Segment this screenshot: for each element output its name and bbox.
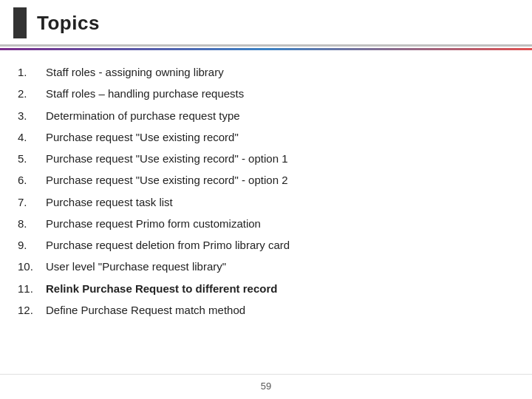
- topic-number: 11.: [18, 280, 46, 297]
- topic-text: User level "Purchase request library": [46, 258, 226, 275]
- list-item: 2.Staff roles – handling purchase reques…: [18, 85, 514, 102]
- topic-text: Purchase request "Use existing record" -…: [46, 150, 287, 167]
- topic-text: Purchase request "Use existing record": [46, 129, 239, 146]
- topic-text: Staff roles – handling purchase requests: [46, 85, 244, 102]
- topic-number: 1.: [18, 64, 46, 81]
- topic-text: Purchase request Primo form customizatio…: [46, 215, 261, 232]
- topic-text: Purchase request task list: [46, 194, 173, 211]
- topic-number: 3.: [18, 107, 46, 124]
- list-item: 4.Purchase request "Use existing record": [18, 129, 514, 146]
- topic-text: Relink Purchase Request to different rec…: [46, 280, 277, 297]
- list-item: 5.Purchase request "Use existing record"…: [18, 150, 514, 167]
- topic-number: 12.: [18, 301, 46, 318]
- content-area: 1.Staff roles - assigning owning library…: [0, 50, 532, 374]
- topic-text: Staff roles - assigning owning library: [46, 64, 224, 81]
- topic-text: Purchase request deletion from Primo lib…: [46, 236, 290, 253]
- list-item: 6.Purchase request "Use existing record"…: [18, 171, 514, 188]
- topic-number: 9.: [18, 236, 46, 253]
- list-item: 11.Relink Purchase Request to different …: [18, 280, 514, 297]
- list-item: 9.Purchase request deletion from Primo l…: [18, 236, 514, 253]
- topic-number: 5.: [18, 150, 46, 167]
- list-item: 3.Determination of purchase request type: [18, 107, 514, 124]
- topic-number: 6.: [18, 171, 46, 188]
- topic-text: Determination of purchase request type: [46, 107, 240, 124]
- topic-text: Purchase request "Use existing record" -…: [46, 171, 287, 188]
- page-container: Topics 1.Staff roles - assigning owning …: [0, 0, 532, 399]
- list-item: 1.Staff roles - assigning owning library: [18, 64, 514, 81]
- list-item: 10.User level "Purchase request library": [18, 258, 514, 275]
- page-number: 59: [261, 381, 271, 392]
- header-accent-bar: [13, 7, 27, 38]
- header: Topics: [0, 0, 532, 47]
- topic-number: 8.: [18, 215, 46, 232]
- topic-number: 4.: [18, 129, 46, 146]
- topic-text: Define Purchase Request match method: [46, 301, 245, 318]
- topic-number: 7.: [18, 194, 46, 211]
- topic-list: 1.Staff roles - assigning owning library…: [18, 64, 514, 318]
- list-item: 12.Define Purchase Request match method: [18, 301, 514, 318]
- page-title: Topics: [37, 12, 100, 35]
- list-item: 7.Purchase request task list: [18, 194, 514, 211]
- topic-number: 10.: [18, 258, 46, 275]
- list-item: 8.Purchase request Primo form customizat…: [18, 215, 514, 232]
- topic-number: 2.: [18, 85, 46, 102]
- footer: 59: [0, 374, 532, 399]
